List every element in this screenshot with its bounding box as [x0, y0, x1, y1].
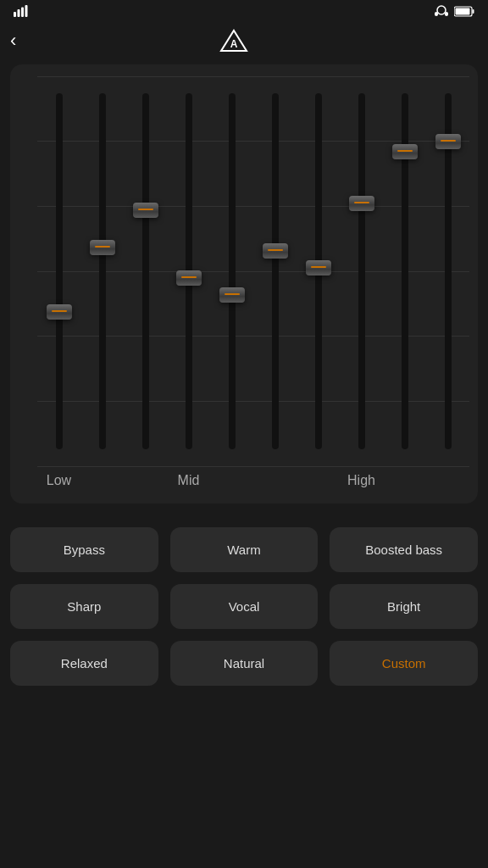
preset-btn-vocal[interactable]: Vocal	[170, 584, 319, 629]
slider-thumb-b10[interactable]	[435, 134, 461, 149]
aviot-logo-icon: A	[219, 29, 248, 53]
slider-thumb-b5[interactable]	[219, 287, 245, 303]
eq-axis-labels: — — — —	[19, 76, 37, 466]
slider-track-b2[interactable]	[99, 93, 106, 449]
band-labels-row: LowMidHigh	[37, 466, 469, 488]
signal-icon	[14, 5, 29, 17]
status-bar	[0, 0, 488, 20]
logo-area: A	[219, 29, 253, 53]
presets-grid: BypassWarmBoosted bassSharpVocalBrightRe…	[10, 527, 478, 686]
slider-track-b10[interactable]	[445, 93, 452, 449]
slider-col-b10[interactable]	[430, 76, 467, 466]
svg-rect-1	[18, 9, 20, 17]
slider-thumb-b3[interactable]	[133, 203, 158, 218]
status-right	[429, 5, 474, 17]
status-left	[14, 5, 36, 17]
slider-thumb-b6[interactable]	[263, 243, 288, 259]
slider-col-b2[interactable]	[84, 76, 121, 466]
preset-btn-custom[interactable]: Custom	[330, 641, 478, 686]
back-button[interactable]: ‹	[10, 30, 16, 52]
slider-track-b7[interactable]	[315, 93, 322, 449]
slider-col-b4[interactable]	[170, 76, 208, 466]
band-label-b8: High	[343, 473, 380, 488]
slider-col-b1[interactable]	[41, 76, 78, 466]
slider-thumb-b2[interactable]	[90, 240, 115, 255]
preset-btn-warm[interactable]: Warm	[170, 527, 319, 572]
band-label-b7	[300, 473, 337, 488]
slider-thumb-b7[interactable]	[306, 260, 331, 275]
slider-track-b8[interactable]	[358, 93, 365, 449]
preset-btn-natural[interactable]: Natural	[170, 641, 319, 686]
band-label-b2	[84, 473, 121, 488]
slider-track-b6[interactable]	[272, 93, 279, 449]
slider-thumb-b4[interactable]	[176, 270, 202, 286]
preset-btn-bright[interactable]: Bright	[330, 584, 478, 629]
svg-point-4	[437, 6, 446, 14]
presets-section: BypassWarmBoosted bassSharpVocalBrightRe…	[0, 504, 488, 699]
sliders-area: LowMidHigh	[37, 76, 469, 488]
svg-rect-5	[435, 12, 438, 16]
slider-col-b3[interactable]	[127, 76, 164, 466]
slider-col-b5[interactable]	[214, 76, 251, 466]
svg-rect-3	[25, 5, 28, 17]
band-label-b1: Low	[41, 473, 78, 488]
band-label-b5	[214, 473, 251, 488]
svg-text:A: A	[230, 38, 238, 50]
slider-track-b1[interactable]	[56, 93, 63, 449]
slider-thumb-b1[interactable]	[47, 304, 72, 320]
slider-col-b7[interactable]	[300, 76, 337, 466]
slider-thumb-b9[interactable]	[392, 144, 418, 159]
svg-rect-6	[445, 12, 448, 16]
svg-rect-9	[473, 9, 474, 14]
header: ‹ A	[0, 20, 488, 64]
preset-btn-relaxed[interactable]: Relaxed	[10, 641, 158, 686]
slider-col-b8[interactable]	[343, 76, 380, 466]
battery-icon	[454, 6, 474, 17]
band-label-b4: Mid	[170, 473, 208, 488]
headphone-icon	[434, 5, 449, 17]
svg-rect-2	[21, 8, 24, 18]
slider-track-b4[interactable]	[186, 93, 192, 449]
eq-section: — — — — LowMidHigh	[10, 64, 478, 504]
preset-btn-sharp[interactable]: Sharp	[10, 584, 158, 629]
svg-rect-8	[456, 8, 470, 14]
sliders-row	[37, 76, 469, 466]
eq-container: — — — — LowMidHigh	[19, 76, 469, 488]
band-label-b10	[430, 473, 467, 488]
slider-track-b3[interactable]	[142, 93, 149, 449]
slider-track-b9[interactable]	[402, 93, 408, 449]
svg-rect-0	[14, 12, 16, 17]
band-label-b6	[257, 473, 294, 488]
slider-thumb-b8[interactable]	[349, 196, 374, 211]
band-label-b3	[127, 473, 164, 488]
preset-btn-bypass[interactable]: Bypass	[10, 527, 158, 572]
preset-btn-boosted-bass[interactable]: Boosted bass	[330, 527, 478, 572]
slider-track-b5[interactable]	[229, 93, 236, 449]
slider-col-b9[interactable]	[386, 76, 424, 466]
slider-col-b6[interactable]	[257, 76, 294, 466]
band-label-b9	[386, 473, 424, 488]
